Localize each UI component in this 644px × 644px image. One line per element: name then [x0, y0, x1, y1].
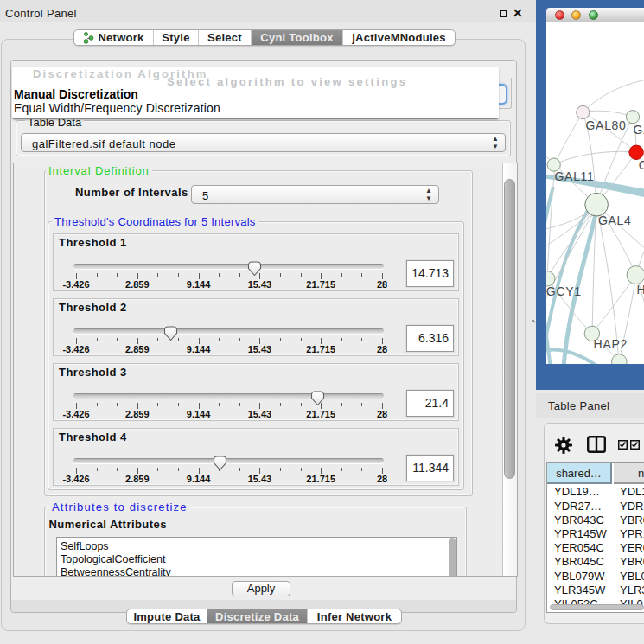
svg-text:GA: GA: [634, 123, 644, 137]
svg-text:HAP2: HAP2: [594, 337, 628, 351]
svg-text:GAL11: GAL11: [555, 169, 595, 183]
svg-text:GAL80: GAL80: [586, 118, 627, 132]
svg-text:C: C: [639, 158, 644, 172]
svg-text:GCY1: GCY1: [546, 284, 582, 298]
svg-text:GAL4: GAL4: [598, 214, 632, 227]
svg-text:H: H: [637, 283, 644, 296]
